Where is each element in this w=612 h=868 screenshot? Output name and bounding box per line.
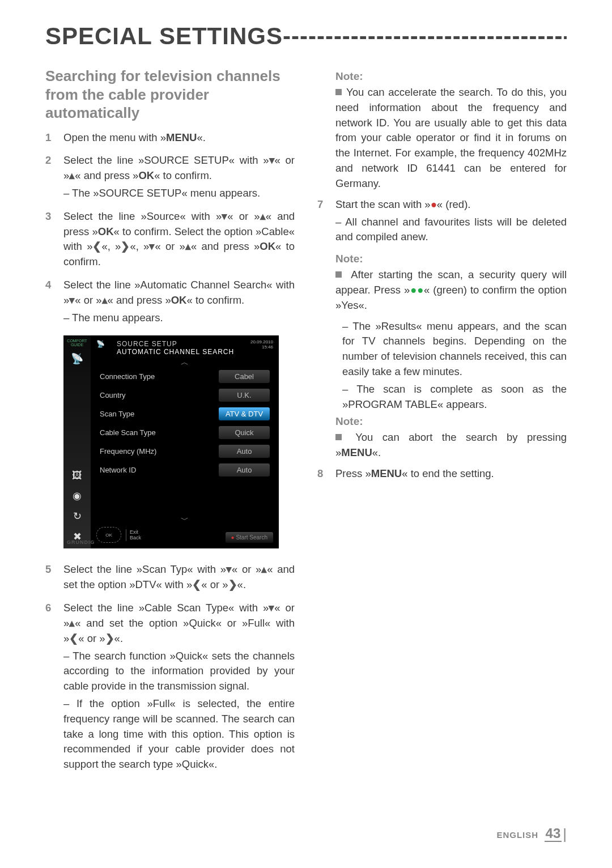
right-icon: ❯: [105, 632, 114, 644]
step-text: « or »: [227, 210, 260, 222]
tv-sidebar: COMFORT GUIDE 📡 🖼 ◉ ↻ ✖ GRUNDIG: [63, 335, 91, 548]
note-body: You can abort the search by pressing »ME…: [335, 430, 567, 461]
down-icon: ▾: [69, 294, 75, 306]
step-1: 1 Open the menu with »MENU«.: [45, 130, 295, 146]
step-sub: The search function »Quick« sets the cha…: [63, 649, 295, 694]
tv-main: 20.09.201015:46 📡 SOURCE SETUP AUTOMATIC…: [91, 335, 279, 548]
left-icon: ❮: [69, 632, 78, 644]
step-8: 8 Press »MENU« to end the setting.: [317, 466, 567, 482]
page-title: SPECIAL SETTINGS------------------------…: [45, 23, 567, 50]
up-icon: ▴: [261, 563, 267, 575]
footer-language: ENGLISH: [496, 830, 538, 840]
tv-row-value: ATV & DTV: [219, 407, 270, 420]
step-text: Select the line »SOURCE SETUP« with »: [63, 154, 269, 166]
step-sub: All channel and favourites lists will be…: [335, 215, 567, 245]
down-icon: ▾: [222, 210, 227, 222]
ok-key: OK: [171, 294, 187, 306]
up-icon: ▴: [69, 169, 75, 181]
page-footer: ENGLISH 43|: [496, 826, 567, 843]
step-text: Select the line »Source« with »: [63, 210, 222, 222]
note-text: «.: [372, 446, 381, 458]
menu-key: MENU: [166, 131, 197, 143]
title-rule: ----------------------------------------…: [283, 23, 567, 49]
step-number: 6: [45, 601, 56, 772]
note-sub: The scan is complete as soon as the »PRO…: [342, 382, 567, 412]
menu-key: MENU: [341, 446, 372, 458]
picture-icon: 🖼: [69, 467, 86, 484]
tv-row-key: Country: [100, 391, 126, 399]
ok-button-graphic: OK: [96, 527, 121, 543]
footer-labels: ExitBack: [126, 529, 141, 542]
note-sub: The »Results« menu appears, and the scan…: [342, 319, 567, 380]
step-text: « and press »: [108, 294, 171, 306]
down-icon: ▾: [226, 563, 232, 575]
tv-row-value: Cabel: [219, 370, 270, 383]
satellite-icon: 📡: [96, 340, 112, 356]
step-7: 7 Start the scan with »●« (red). All cha…: [317, 197, 567, 245]
step-text: « and press »: [191, 240, 260, 252]
step-number: 1: [45, 130, 56, 146]
tv-screenshot: COMFORT GUIDE 📡 🖼 ◉ ↻ ✖ GRUNDIG 20.09.20…: [63, 335, 279, 548]
note-label: Note:: [335, 253, 567, 265]
tv-title: SOURCE SETUP: [117, 340, 234, 348]
tv-row-value: Auto: [219, 445, 270, 458]
step-6: 6 Select the line »Cable Scan Type« with…: [45, 601, 295, 772]
up-icon: ▴: [102, 294, 108, 306]
step-text: «, »: [101, 240, 121, 252]
step-sub: If the option »Full« is selected, the en…: [63, 696, 295, 772]
step-text: « to confirm.: [154, 169, 212, 181]
step-text: Open the menu with »: [63, 131, 166, 143]
footer-page-number: 43: [545, 826, 562, 842]
step-text: «, »: [130, 240, 149, 252]
note-body: After starting the scan, a security quer…: [335, 267, 567, 313]
step-number: 8: [317, 466, 328, 482]
down-icon: ▾: [269, 602, 274, 614]
section-heading: Searching for television channels from t…: [45, 67, 295, 122]
step-5: 5 Select the line »Scan Typ« with »▾« or…: [45, 562, 295, 593]
menu-key: MENU: [371, 467, 402, 479]
tv-row: Connection TypeCabel: [96, 367, 273, 386]
tv-row-key: Network ID: [100, 466, 136, 474]
step-number: 4: [45, 278, 56, 325]
chevron-down-icon: ﹀: [96, 516, 273, 524]
right-icon: ❯: [121, 240, 130, 252]
tv-row-key: Connection Type: [100, 372, 155, 381]
tv-row-value: Quick: [219, 426, 270, 439]
note-body: You can accelerate the search. To do thi…: [335, 85, 567, 192]
step-number: 5: [45, 562, 56, 593]
tv-row-value: Auto: [219, 463, 270, 476]
tv-row: Scan TypeATV & DTV: [96, 405, 273, 423]
step-text: « or »: [232, 563, 261, 575]
tv-row: Frequency (MHz)Auto: [96, 442, 273, 461]
step-text: Select the line »Cable Scan Type« with »: [63, 602, 269, 614]
satellite-icon: 📡: [69, 350, 86, 367]
step-text: «.: [197, 131, 205, 143]
note-label: Note:: [335, 415, 567, 428]
step-text: « to confirm.: [186, 294, 244, 306]
right-icon: ❯: [228, 578, 237, 590]
ok-key: OK: [98, 225, 114, 237]
step-number: 7: [317, 197, 328, 245]
left-icon: ❮: [192, 578, 201, 590]
step-text: « (red).: [437, 198, 471, 210]
step-4: 4 Select the line »Automatic Channel Sea…: [45, 278, 295, 325]
left-icon: ❮: [92, 240, 101, 252]
tv-row: Network IDAuto: [96, 461, 273, 479]
target-icon: ◉: [69, 487, 86, 504]
left-column: Searching for television channels from t…: [45, 67, 295, 780]
note-label: Note:: [335, 70, 567, 83]
green-dot-icon: ●●: [410, 284, 424, 296]
tv-datetime: 20.09.201015:46: [250, 340, 273, 350]
step-text: «.: [237, 578, 246, 590]
tv-row-key: Scan Type: [100, 410, 134, 418]
refresh-icon: ↻: [69, 508, 86, 525]
chevron-up-icon: ︿: [96, 358, 273, 366]
step-sub: The menu appears.: [63, 310, 295, 326]
right-column: Note: You can accelerate the search. To …: [317, 67, 567, 780]
start-search-button: Start Search: [226, 532, 273, 543]
step-number: 3: [45, 209, 56, 270]
down-icon: ▾: [149, 240, 155, 252]
step-text: Select the line »Scan Typ« with »: [63, 563, 226, 575]
down-icon: ▾: [269, 154, 275, 166]
step-text: « and press »: [75, 169, 138, 181]
